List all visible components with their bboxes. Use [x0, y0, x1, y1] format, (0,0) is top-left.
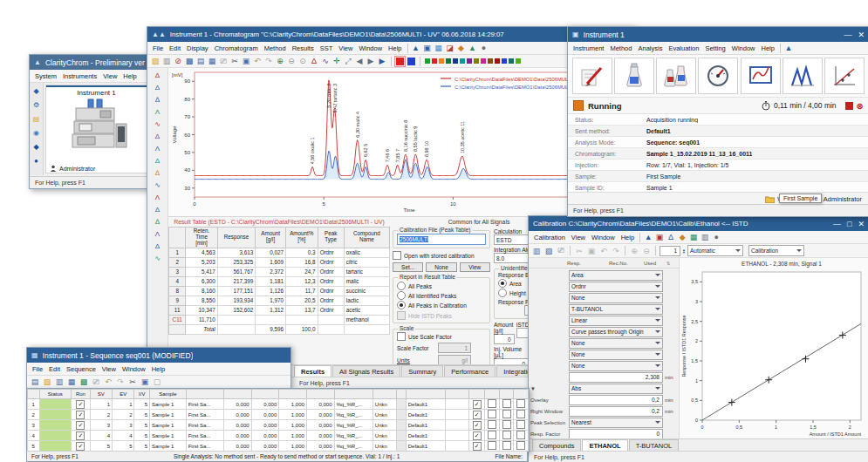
result-table-row[interactable]: 25,203253,3251,60916,8Ordnrcitric	[169, 257, 390, 267]
sequence-column-header[interactable]	[396, 390, 406, 399]
flag-checkbox-cell[interactable]	[499, 441, 514, 452]
sequence-column-header[interactable]: Run	[72, 390, 90, 399]
method-icon[interactable]: ◆	[31, 141, 42, 152]
undo-icon[interactable]: ↶	[252, 56, 263, 66]
report-option-radio[interactable]	[397, 282, 406, 290]
noise-icon[interactable]: ∿	[153, 253, 163, 263]
none-button[interactable]: None	[426, 262, 456, 272]
sequence-title-bar[interactable]: ▦ Instrument 1 - Sequence seq001 (MODIFI…	[27, 348, 290, 363]
menu-item-help[interactable]: Help	[149, 365, 167, 373]
sequence-row[interactable]: 3✓335Sample 1First Sa...0,0000,0001,0000…	[28, 420, 529, 431]
result-column-header[interactable]: Reten. Time [min]	[186, 228, 217, 248]
instrument-icon[interactable]: ◆	[31, 85, 42, 96]
tab-ethanol[interactable]: ETHANOL	[582, 439, 627, 452]
sequence-column-header[interactable]	[469, 390, 485, 399]
parameter-select[interactable]: None	[569, 338, 663, 349]
end-icon[interactable]: ∿	[153, 180, 163, 190]
menu-item-instruments[interactable]: Instruments	[60, 72, 99, 80]
method-setup-button[interactable]	[614, 58, 654, 94]
parameter-select[interactable]: None	[569, 293, 663, 303]
tab-compounds[interactable]: Compounds	[532, 439, 581, 452]
flag-checkbox[interactable]: ✓	[473, 421, 482, 430]
help-icon[interactable]: ●	[31, 155, 42, 166]
play-icon[interactable]: ▶	[377, 56, 387, 66]
run-checkbox[interactable]: ✓	[76, 411, 85, 419]
signal-color-swatch[interactable]	[502, 58, 507, 64]
next-icon[interactable]: ▶	[366, 56, 376, 66]
flag-checkbox-cell[interactable]	[514, 431, 529, 441]
menu-item-help[interactable]: Help	[619, 234, 637, 241]
spinner-arrows[interactable]: ▲▼	[682, 248, 686, 254]
run-checkbox[interactable]: ✓	[76, 431, 85, 440]
parameter-select[interactable]: Ordnr	[569, 282, 663, 292]
report-option-radio[interactable]	[397, 301, 406, 309]
flag-checkbox-cell[interactable]	[499, 410, 514, 420]
sequence-row[interactable]: 1✓115Sample 1First Sa...0,0000,0001,0000…	[28, 399, 529, 410]
response-base-area-radio[interactable]	[498, 279, 507, 288]
open-stored-calibration-checkbox[interactable]	[393, 251, 401, 260]
result-table-row[interactable]: 98,550193,9341,97020,5Ordnrlactic	[169, 296, 390, 305]
parameter-input[interactable]: 2,308	[569, 372, 663, 383]
recalibration-mode-select[interactable]: Automatic	[687, 245, 743, 256]
measure-icon[interactable]: ◆	[456, 43, 467, 53]
signal-color-swatch[interactable]	[488, 58, 493, 64]
calib-chart-icon[interactable]: ▲	[643, 232, 653, 242]
flag-checkbox-cell[interactable]	[485, 399, 500, 410]
signal-color-swatch[interactable]	[425, 58, 430, 64]
result-table-row[interactable]: C1111,710methanol	[169, 315, 390, 324]
flag-checkbox[interactable]	[516, 441, 525, 450]
flag-checkbox-cell[interactable]	[499, 399, 514, 410]
flag-checkbox[interactable]: ✓	[473, 400, 482, 409]
valley2-icon[interactable]: Λ	[153, 228, 163, 239]
peak-icon[interactable]: Δ	[666, 232, 676, 242]
sequence-table[interactable]: StatusRunSVEVI/VSample1✓115Sample 1First…	[27, 389, 529, 452]
menu-item-help[interactable]: Help	[120, 72, 139, 80]
signal-color-swatch[interactable]	[446, 58, 451, 64]
run-checkbox-cell[interactable]: ✓	[72, 420, 90, 431]
negative-icon[interactable]: ∿	[153, 119, 163, 129]
menu-item-sst[interactable]: SST	[318, 44, 336, 52]
menu-item-chromatogram[interactable]: Chromatogram	[212, 44, 261, 52]
sequence-column-header[interactable]	[406, 390, 446, 399]
device-monitor-button[interactable]	[698, 58, 738, 94]
sequence-column-header[interactable]: EV	[113, 390, 134, 399]
sequence-column-header[interactable]	[224, 390, 252, 399]
export-icon[interactable]: ◪	[445, 43, 455, 53]
menu-item-edit[interactable]: Edit	[167, 44, 183, 52]
sequence-row[interactable]: 2✓225Sample 1First Sa...0,0000,0001,0000…	[28, 410, 529, 420]
menu-item-file[interactable]: File	[30, 365, 45, 373]
instrument-title-bar[interactable]: ▣ Instrument 1 — ✕	[568, 27, 868, 42]
grid-icon[interactable]: ▦	[434, 43, 444, 53]
valley-icon[interactable]: ∆	[153, 94, 163, 105]
result-column-header[interactable]: Compound Name	[344, 228, 389, 248]
menu-item-calibration[interactable]: Calibration	[531, 234, 568, 241]
menu-item-sequence[interactable]: Sequence	[64, 365, 99, 373]
parameter-select[interactable]: T-BUTANOL	[569, 304, 663, 315]
signal-color-swatch[interactable]	[481, 58, 486, 64]
sequence-column-header[interactable]	[251, 390, 279, 399]
peaks-icon[interactable]: ▲	[468, 43, 478, 53]
solvent-icon[interactable]: Δ	[153, 131, 163, 141]
flag-checkbox[interactable]	[516, 431, 525, 439]
result-column-header[interactable]: Response	[217, 228, 256, 248]
use-scale-factor-checkbox[interactable]	[397, 332, 406, 341]
flag-checkbox-cell[interactable]	[499, 431, 514, 441]
new-icon[interactable]: ▤	[30, 377, 40, 387]
chromatogram-button[interactable]	[783, 58, 823, 94]
result-table[interactable]: Reten. Time [min]ResponseAmount [g/l]Amo…	[168, 227, 390, 335]
flag-checkbox-cell[interactable]: ✓	[469, 441, 485, 452]
recalib-icon[interactable]: ▦	[688, 232, 699, 242]
menu-item-results[interactable]: Results	[290, 44, 317, 52]
run-checkbox-cell[interactable]: ✓	[72, 410, 90, 420]
flag-checkbox-cell[interactable]	[514, 420, 529, 431]
flag-checkbox[interactable]	[516, 410, 525, 418]
sequence-row[interactable]: 4✓445Sample 1First Sa...0,0000,0001,0000…	[28, 431, 529, 441]
split-icon[interactable]: Λ	[153, 143, 163, 153]
menu-item-file[interactable]: File	[150, 44, 166, 52]
minimize-button[interactable]: —	[833, 220, 841, 228]
maximize-button[interactable]: □	[847, 220, 851, 228]
flag-checkbox-cell[interactable]	[514, 399, 529, 410]
claritychrom-title-bar[interactable]: ▲ ClarityChrom - Preliminary version	[30, 55, 149, 70]
data-acquisition-button[interactable]	[741, 58, 781, 94]
level-spinner[interactable]: 1	[660, 246, 680, 256]
